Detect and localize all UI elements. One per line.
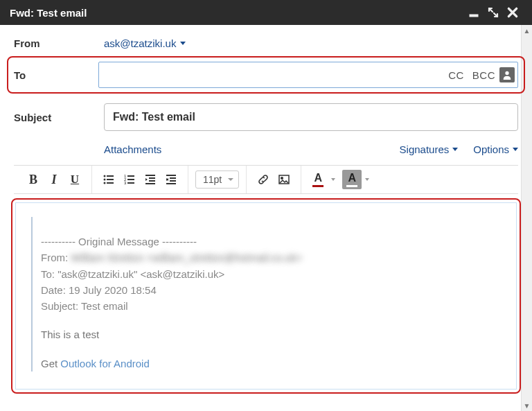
text-color-dropdown[interactable] bbox=[331, 178, 335, 181]
svg-rect-5 bbox=[107, 179, 114, 180]
cc-toggle[interactable]: CC bbox=[448, 69, 464, 81]
outlook-android-link[interactable]: Outlook for Android bbox=[60, 358, 149, 369]
expand-icon bbox=[488, 7, 499, 18]
font-size-select[interactable]: 11pt bbox=[195, 170, 239, 189]
from-selector[interactable]: ask@tzatziki.uk bbox=[104, 37, 186, 49]
quoted-from-line: From: William Stretton <william_stretton… bbox=[41, 250, 505, 265]
svg-text:3: 3 bbox=[124, 181, 127, 185]
svg-rect-20 bbox=[170, 180, 176, 182]
to-input[interactable] bbox=[106, 62, 444, 87]
scroll-down-icon[interactable]: ▼ bbox=[522, 400, 532, 411]
bulleted-list-button[interactable] bbox=[99, 170, 118, 189]
svg-point-23 bbox=[281, 177, 283, 180]
to-row-highlight: To CC BCC bbox=[7, 56, 525, 94]
insert-image-button[interactable] bbox=[274, 170, 294, 189]
signatures-dropdown[interactable]: Signatures bbox=[400, 143, 459, 155]
message-body-editor[interactable]: ---------- Original Message ---------- F… bbox=[15, 202, 517, 390]
svg-rect-16 bbox=[149, 180, 155, 182]
outdent-button[interactable] bbox=[141, 170, 160, 189]
italic-button[interactable]: I bbox=[44, 170, 64, 189]
format-toolbar: B I U 123 11pt bbox=[14, 165, 518, 194]
subject-label: Subject bbox=[14, 112, 104, 123]
svg-rect-13 bbox=[127, 182, 134, 184]
text-color-icon: A bbox=[314, 173, 322, 184]
minimize-icon bbox=[468, 7, 479, 18]
from-row: From ask@tzatziki.uk bbox=[14, 37, 518, 49]
image-icon bbox=[278, 173, 290, 186]
quoted-body-text: This is a test bbox=[41, 326, 505, 342]
maximize-button[interactable] bbox=[484, 3, 503, 22]
svg-point-1 bbox=[505, 71, 508, 75]
from-label: From bbox=[14, 37, 104, 49]
svg-rect-11 bbox=[127, 179, 134, 180]
link-icon bbox=[257, 173, 269, 186]
svg-point-6 bbox=[104, 182, 106, 184]
close-button[interactable] bbox=[503, 3, 522, 22]
outdent-icon bbox=[144, 173, 157, 186]
close-icon bbox=[506, 6, 519, 19]
highlight-color-dropdown[interactable] bbox=[365, 178, 369, 181]
attachments-button[interactable]: Attachments bbox=[104, 143, 161, 155]
svg-rect-14 bbox=[145, 175, 155, 176]
insert-link-button[interactable] bbox=[254, 170, 273, 189]
text-color-button[interactable]: A bbox=[308, 170, 328, 189]
from-address: ask@tzatziki.uk bbox=[104, 37, 176, 49]
quoted-to-line: To: "ask@tzatziki.uk" <ask@tzatziki.uk> bbox=[41, 266, 505, 282]
indent-icon bbox=[165, 173, 177, 186]
svg-rect-3 bbox=[107, 175, 114, 177]
bcc-toggle[interactable]: BCC bbox=[472, 69, 495, 81]
svg-point-4 bbox=[104, 179, 106, 181]
address-book-button[interactable] bbox=[499, 67, 515, 82]
contact-icon bbox=[502, 70, 512, 80]
svg-rect-19 bbox=[170, 177, 176, 179]
underline-button[interactable]: U bbox=[65, 170, 85, 189]
options-dropdown[interactable]: Options bbox=[473, 143, 518, 155]
highlight-icon: A bbox=[348, 173, 356, 184]
subject-input[interactable] bbox=[104, 103, 518, 131]
to-label: To bbox=[14, 69, 98, 81]
svg-rect-9 bbox=[127, 175, 134, 177]
svg-rect-21 bbox=[166, 183, 176, 184]
title-bar: Fwd: Test email bbox=[0, 0, 532, 25]
quoted-signature: Get Outlook for Android bbox=[41, 356, 505, 371]
original-message-separator: ---------- Original Message ---------- bbox=[41, 234, 505, 250]
svg-rect-18 bbox=[166, 175, 176, 176]
chevron-down-icon bbox=[513, 148, 518, 151]
window-title: Fwd: Test email bbox=[10, 7, 87, 19]
chevron-down-icon bbox=[180, 42, 186, 45]
to-field-wrap: CC BCC bbox=[98, 62, 518, 88]
quoted-date-line: Date: 19 July 2020 18:54 bbox=[41, 282, 505, 298]
numbered-list-button[interactable]: 123 bbox=[120, 170, 139, 189]
svg-point-2 bbox=[104, 175, 106, 177]
quoted-subject-line: Subject: Test email bbox=[41, 298, 505, 314]
chevron-down-icon bbox=[228, 178, 233, 181]
svg-rect-0 bbox=[470, 15, 478, 17]
bold-button[interactable]: B bbox=[24, 170, 43, 189]
quoted-message: ---------- Original Message ---------- F… bbox=[31, 217, 505, 371]
actions-bar: Attachments Signatures Options bbox=[104, 143, 518, 155]
minimize-button[interactable] bbox=[464, 3, 484, 22]
chevron-down-icon bbox=[452, 148, 458, 151]
svg-rect-15 bbox=[149, 177, 155, 179]
svg-rect-7 bbox=[107, 182, 114, 184]
editor-highlight: ---------- Original Message ---------- F… bbox=[11, 198, 521, 394]
highlight-color-button[interactable]: A bbox=[342, 170, 362, 189]
numbered-list-icon: 123 bbox=[123, 173, 136, 186]
indent-button[interactable] bbox=[161, 170, 181, 189]
subject-row: Subject bbox=[14, 103, 518, 131]
svg-rect-17 bbox=[145, 183, 155, 184]
bullet-list-icon bbox=[103, 173, 115, 186]
